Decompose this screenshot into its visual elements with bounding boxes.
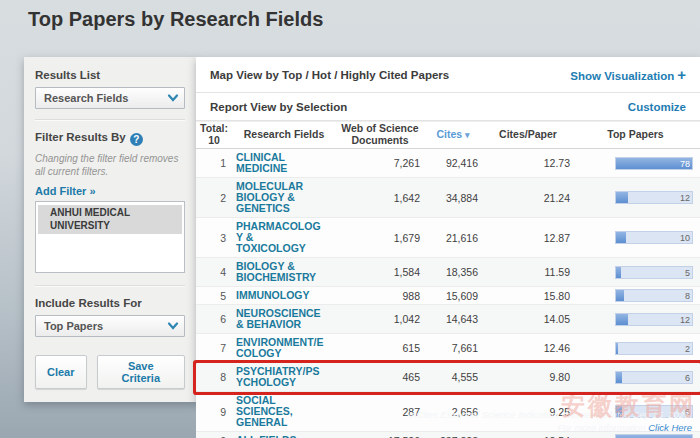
table-row: 8 PSYCHIATRY/PS YCHOLOGY 465 4,555 9.80 … xyxy=(196,363,700,392)
include-results-label: Include Results For xyxy=(35,297,185,309)
column-header-top-papers[interactable]: Top Papers xyxy=(574,129,697,141)
top-papers-value: 2 xyxy=(685,343,690,356)
results-list-dropdown[interactable]: Research Fields xyxy=(35,87,185,109)
report-view-bar: Report View by Selection Customize xyxy=(196,93,700,121)
research-field-link[interactable]: PSYCHIATRY/PS YCHOLOGY xyxy=(232,363,336,391)
cites-value: 92,416 xyxy=(424,157,482,169)
save-criteria-button[interactable]: Save Criteria xyxy=(97,355,185,389)
top-papers-bar-fill xyxy=(616,314,628,325)
top-papers-bar: 12 xyxy=(615,313,693,326)
cites-per-paper-value: 12.87 xyxy=(482,232,574,244)
customize-link[interactable]: Customize xyxy=(628,101,686,113)
table-row: 4 BIOLOGY & BIOCHEMISTRY 1,584 18,356 11… xyxy=(196,258,700,287)
cites-value: 21,616 xyxy=(424,232,482,244)
research-field-link[interactable]: ENVIRONMENT/E COLOGY xyxy=(232,334,336,362)
top-papers-bar: 6 xyxy=(615,371,693,384)
research-field-link[interactable]: IMMUNOLOGY xyxy=(232,287,336,304)
row-rank: 2 xyxy=(196,192,232,204)
click-here-link[interactable]: Click Here xyxy=(648,422,692,433)
top-papers-bar-fill xyxy=(616,372,622,383)
top-papers-bar-cell: 10 xyxy=(574,231,697,244)
wos-documents-value: 1,679 xyxy=(336,232,424,244)
top-papers-bar-cell: 6 xyxy=(574,371,697,384)
wos-documents-value: 1,642 xyxy=(336,192,424,204)
table-row: 2 MOLECULAR BIOLOGY & GENETICS 1,642 34,… xyxy=(196,178,700,218)
filter-option-selected[interactable]: ANHUI MEDICAL UNIVERSITY xyxy=(38,205,182,234)
top-papers-bar-cell: 8 xyxy=(574,289,697,302)
table-row: 1 CLINICAL MEDICINE 7,261 92,416 12.73 7… xyxy=(196,149,700,178)
research-field-link[interactable]: CLINICAL MEDICINE xyxy=(232,149,336,177)
report-view-label: Report View by Selection xyxy=(210,101,347,113)
column-header-wos-documents[interactable]: Web of Science Documents xyxy=(336,123,424,146)
row-rank: 1 xyxy=(196,157,232,169)
top-papers-bar-cell: 2 xyxy=(574,342,697,355)
cites-per-paper-value: 11.59 xyxy=(482,266,574,278)
top-papers-value: 10 xyxy=(680,232,690,245)
top-papers-bar: 5 xyxy=(615,266,693,279)
help-icon[interactable]: ? xyxy=(130,133,143,146)
include-results-dropdown[interactable]: Top Papers xyxy=(35,315,185,337)
cites-value: 4,555 xyxy=(424,371,482,383)
cites-header-text: Cites xyxy=(436,128,462,140)
cites-per-paper-value: 15.80 xyxy=(482,290,574,302)
total-count: 10 xyxy=(208,134,220,146)
table-row: 3 PHARMACOLOG Y & TOXICOLOGY 1,679 21,61… xyxy=(196,218,700,258)
top-papers-bar-cell: 12 xyxy=(574,313,697,326)
column-header-cites-sorted[interactable]: Cites ▾ xyxy=(424,129,482,141)
top-papers-value: 78 xyxy=(680,158,690,171)
top-papers-bar: 78 xyxy=(615,157,693,170)
wos-documents-value: 465 xyxy=(336,371,424,383)
report-panel: Map View by Top / Hot / Highly Cited Pap… xyxy=(196,57,700,402)
column-header-research-fields[interactable]: Research Fields xyxy=(232,129,336,141)
research-field-link[interactable]: NEUROSCIENCE & BEHAVIOR xyxy=(232,305,336,333)
row-rank: 4 xyxy=(196,266,232,278)
research-field-link[interactable]: BIOLOGY & BIOCHEMISTRY xyxy=(232,258,336,286)
show-visualization-text: Show Visualization xyxy=(570,70,674,82)
top-papers-value: 12 xyxy=(680,192,690,205)
page-title: Top Papers by Research Fields xyxy=(28,8,323,31)
cites-value: 15,609 xyxy=(424,290,482,302)
chevron-down-icon xyxy=(167,320,179,332)
top-papers-bar-cell: 12 xyxy=(574,191,697,204)
filter-by-text: Filter Results By xyxy=(35,131,126,143)
wos-documents-value: 615 xyxy=(336,342,424,354)
cites-per-paper-value: 12.46 xyxy=(482,342,574,354)
include-results-value: Top Papers xyxy=(44,320,103,332)
column-header-cites-per-paper[interactable]: Cites/Paper xyxy=(482,129,574,141)
footer: InCites Essential Science Indicators dat… xyxy=(0,402,700,438)
row-rank: 6 xyxy=(196,313,232,325)
research-field-link[interactable]: PHARMACOLOG Y & TOXICOLOGY xyxy=(232,218,336,257)
table-row: 7 ENVIRONMENT/E COLOGY 615 7,661 12.46 2 xyxy=(196,334,700,363)
sort-descending-icon: ▾ xyxy=(465,130,470,140)
top-papers-bar-fill xyxy=(616,343,618,354)
filter-by-label: Filter Results By? xyxy=(35,131,185,146)
filter-listbox[interactable]: ANHUI MEDICAL UNIVERSITY xyxy=(35,201,185,273)
filter-sidebar: Results List Research Fields Filter Resu… xyxy=(24,57,196,402)
cites-per-paper-value: 21.24 xyxy=(482,192,574,204)
top-papers-bar-fill xyxy=(616,267,621,278)
row-rank: 7 xyxy=(196,342,232,354)
add-filter-link[interactable]: Add Filter » xyxy=(35,185,96,197)
cites-value: 18,356 xyxy=(424,266,482,278)
clear-button[interactable]: Clear xyxy=(35,355,87,389)
filter-note: Changing the filter field removes all cu… xyxy=(35,152,185,178)
cites-value: 34,884 xyxy=(424,192,482,204)
top-papers-value: 5 xyxy=(685,267,690,280)
cites-per-paper-value: 14.05 xyxy=(482,313,574,325)
sidebar-divider xyxy=(35,119,185,121)
top-papers-bar: 12 xyxy=(615,191,693,204)
plus-icon: + xyxy=(677,66,686,83)
total-label: Total: xyxy=(200,122,228,134)
cites-value: 7,661 xyxy=(424,342,482,354)
map-view-label: Map View by Top / Hot / Highly Cited Pap… xyxy=(210,69,449,81)
table-row: 5 IMMUNOLOGY 988 15,609 15.80 8 xyxy=(196,287,700,305)
results-list-value: Research Fields xyxy=(44,92,128,104)
map-view-bar: Map View by Top / Hot / Highly Cited Pap… xyxy=(196,57,700,93)
footer-more-info: For more information Click Here xyxy=(0,422,692,435)
research-field-link[interactable]: MOLECULAR BIOLOGY & GENETICS xyxy=(232,178,336,217)
show-visualization-link[interactable]: Show Visualization+ xyxy=(570,66,686,83)
footer-dataset-note: InCites Essential Science Indicators dat… xyxy=(0,409,692,422)
table-row: 6 NEUROSCIENCE & BEHAVIOR 1,042 14,643 1… xyxy=(196,305,700,334)
top-papers-value: 8 xyxy=(685,290,690,303)
cites-value: 14,643 xyxy=(424,313,482,325)
